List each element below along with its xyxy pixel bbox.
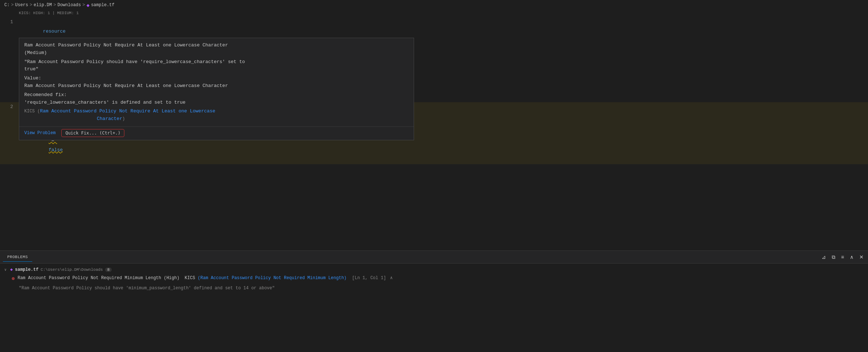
problem-file-path: C:\Users\elip.DM\Downloads [41,268,103,272]
file-type-icon: ◆ [10,267,13,272]
hover-kics-continuation: Character) [24,115,409,123]
close-panel-button[interactable]: ✕ [858,253,865,261]
hover-title-line2: (Medium) [24,49,409,57]
problem-kics-link[interactable]: (Ram Account Password Policy Not Require… [198,276,346,281]
breadcrumb-downloads[interactable]: Downloads [57,3,81,8]
menu-button[interactable]: ≡ [840,253,846,261]
problems-tab-label: PROBLEMS [7,255,28,259]
problem-count-badge: 8 [105,268,112,272]
panel-content: ∨ ◆ sample.tf C:\Users\elip.DM\Downloads… [0,264,868,352]
error-icon: ⊗ [12,275,15,283]
tf-file-icon: ◆ [86,2,89,8]
line-number-1: 1 [0,17,19,27]
filter-button[interactable]: ⊿ [820,253,827,261]
bottom-panel: PROBLEMS ⊿ ⧉ ≡ ∧ ✕ ∨ ◆ sample.tf C:\User… [0,250,868,352]
view-problem-link[interactable]: View Problem [24,131,55,136]
line-number-2: 2 [0,102,19,112]
file-expand-arrow: ∨ [4,268,7,272]
keyword-resource: resource [43,29,65,34]
breadcrumb-user[interactable]: elip.DM [34,3,52,8]
collapse-button[interactable]: ∧ [848,253,855,261]
hover-kics-close: ) [122,116,125,121]
hover-fix-label: Recomended fix: [24,91,409,99]
copy-button[interactable]: ⧉ [830,253,837,261]
problems-tab[interactable]: PROBLEMS [3,253,32,262]
panel-tabs: PROBLEMS ⊿ ⧉ ≡ ∧ ✕ [0,251,868,264]
problem-file-name: sample.tf [15,267,38,272]
breadcrumb-sep-1: > [11,3,13,8]
breadcrumb: C: > Users > elip.DM > Downloads > ◆ sam… [0,0,868,10]
problem-sub-text: "Ram Account Password Policy should have… [19,285,275,291]
hover-kics-link-cont[interactable]: Character [97,116,122,121]
kics-summary-line: KICS: HIGH: 1 | MEDIUM: 1 [0,10,868,16]
panel-tab-actions: ⊿ ⧉ ≡ ∧ ✕ [820,253,865,261]
quick-fix-button[interactable]: Quick Fix... (Ctrl+.) [61,129,124,137]
hover-kics-prefix: KICS ( [24,109,40,114]
hover-desc-label: "Ram Account Password Policy should have… [24,58,409,66]
problem-location: [Ln 1, Col 1] [352,276,386,281]
problem-expand-arrow[interactable]: ∧ [390,276,393,281]
problem-text-1: Ram Account Password Policy Not Required… [17,275,864,281]
hover-value-label: Value: [24,75,409,82]
breadcrumb-filename[interactable]: sample.tf [91,3,115,8]
value-false: false [49,147,63,153]
hover-kics-line: KICS (Ram Account Password Policy Not Re… [24,108,409,123]
hover-widget-actions: View Problem Quick Fix... (Ctrl+.) [19,127,414,140]
kics-summary-text: KICS: HIGH: 1 | MEDIUM: 1 [19,11,79,15]
problem-file-row[interactable]: ∨ ◆ sample.tf C:\Users\elip.DM\Downloads… [0,266,868,273]
hover-kics-link[interactable]: Ram Account Password Policy Not Require … [40,108,215,114]
breadcrumb-sep-3: > [53,3,56,8]
problem-item-row-1[interactable]: ⊗ Ram Account Password Policy Not Requir… [0,273,868,284]
hover-fix-text: 'require_lowercase_characters' is define… [24,99,409,107]
breadcrumb-sep-2: > [30,3,32,8]
hover-desc-value: true" [24,66,409,73]
problem-text-before-link: Ram Account Password Policy Not Required… [17,276,195,281]
hover-title-line1: Ram Account Password Policy Not Require … [24,42,409,49]
hover-widget: Ram Account Password Policy Not Require … [19,38,414,140]
breadcrumb-sep-4: > [82,3,85,8]
breadcrumb-users[interactable]: Users [15,3,28,8]
hover-widget-content: Ram Account Password Policy Not Require … [19,38,414,127]
hover-value-text: Ram Account Password Policy Not Require … [24,82,409,90]
breadcrumb-drive[interactable]: C: [4,3,9,8]
problem-sub-row-1: "Ram Account Password Policy should have… [0,284,868,292]
